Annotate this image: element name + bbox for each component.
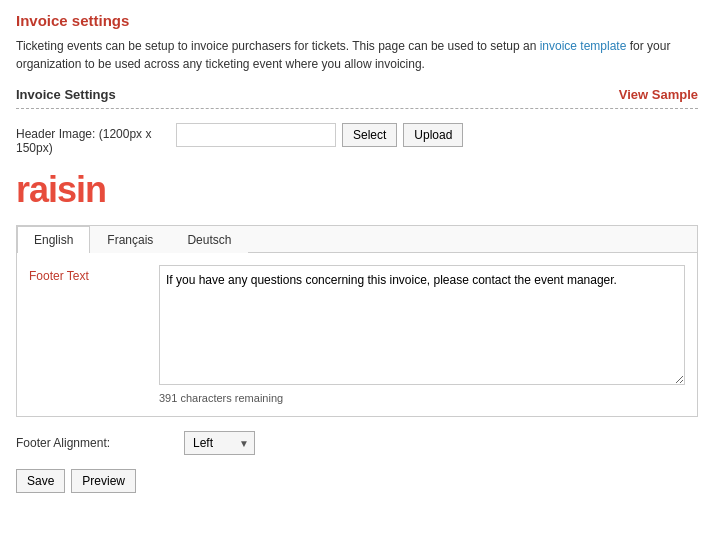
select-button[interactable]: Select xyxy=(342,123,397,147)
page-description: Ticketing events can be setup to invoice… xyxy=(16,37,698,73)
footer-alignment-label: Footer Alignment: xyxy=(16,436,176,450)
save-button[interactable]: Save xyxy=(16,469,65,493)
tabs-header: English Français Deutsch xyxy=(17,226,697,253)
header-image-input[interactable] xyxy=(176,123,336,147)
description-text-part1: Ticketing events can be setup to invoice… xyxy=(16,39,540,53)
footer-text-label: Footer Text xyxy=(29,265,159,283)
header-image-label: Header Image: (1200px x 150px) xyxy=(16,123,176,155)
tab-english[interactable]: English xyxy=(17,226,90,253)
action-buttons: Save Preview xyxy=(16,469,698,493)
logo-area: raisin xyxy=(16,169,698,211)
header-image-controls: Select Upload xyxy=(176,123,698,147)
tab-deutsch[interactable]: Deutsch xyxy=(170,226,248,253)
upload-button[interactable]: Upload xyxy=(403,123,463,147)
char-remaining: 391 characters remaining xyxy=(159,392,685,404)
section-header: Invoice Settings View Sample xyxy=(16,87,698,109)
page-title: Invoice settings xyxy=(16,12,698,29)
footer-text-input[interactable]: If you have any questions concerning thi… xyxy=(159,265,685,385)
logo: raisin xyxy=(16,169,106,210)
footer-alignment-select[interactable]: Left Center Right xyxy=(184,431,255,455)
header-image-row: Header Image: (1200px x 150px) Select Up… xyxy=(16,123,698,155)
section-header-title: Invoice Settings xyxy=(16,87,116,102)
tab-content-english: Footer Text If you have any questions co… xyxy=(17,253,697,416)
textarea-wrapper: If you have any questions concerning thi… xyxy=(159,265,685,404)
invoice-template-link[interactable]: invoice template xyxy=(540,39,627,53)
tabs-container: English Français Deutsch Footer Text If … xyxy=(16,225,698,417)
preview-button[interactable]: Preview xyxy=(71,469,136,493)
footer-alignment-select-wrapper: Left Center Right ▼ xyxy=(184,431,255,455)
view-sample-link[interactable]: View Sample xyxy=(619,87,698,102)
footer-alignment-row: Footer Alignment: Left Center Right ▼ xyxy=(16,431,698,455)
tab-francais[interactable]: Français xyxy=(90,226,170,253)
